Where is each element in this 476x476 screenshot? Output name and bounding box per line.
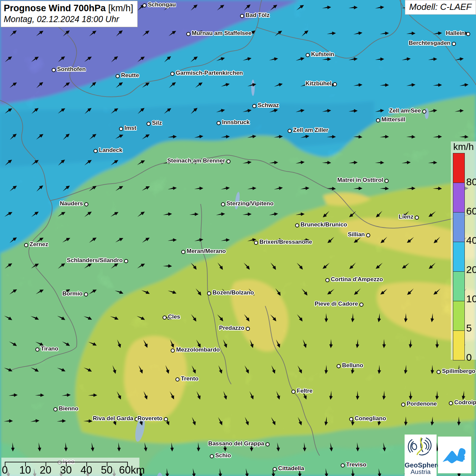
forecast-title: Prognose Wind 700hPa [km/h] xyxy=(4,3,133,14)
city-dot xyxy=(170,72,174,76)
city-dot xyxy=(288,129,292,133)
city-dot xyxy=(466,32,470,36)
city-dot xyxy=(325,278,329,282)
city-dot xyxy=(119,127,123,131)
city-label: Sonthofen xyxy=(57,66,86,73)
city-label: Mittersill xyxy=(381,116,405,123)
city-label: Codroipo xyxy=(454,399,476,406)
city-dot xyxy=(171,348,175,353)
city-dot xyxy=(291,390,295,394)
city-label: Trento xyxy=(181,375,199,382)
mountain-logo xyxy=(438,437,471,473)
forecast-title-main: Prognose Wind 700hPa xyxy=(4,3,106,13)
city-label: Cittadella xyxy=(278,465,304,472)
city-dot xyxy=(35,347,39,352)
city-label: Bienno xyxy=(59,405,79,412)
city-dot xyxy=(116,74,120,78)
city-label: Zell am Ziller xyxy=(293,127,328,134)
city-dot xyxy=(52,68,56,72)
legend-segment xyxy=(453,153,464,183)
city-label: Bassano del Grappa xyxy=(208,440,264,447)
legend-segment xyxy=(453,330,464,360)
city-label: Cles xyxy=(168,313,180,320)
legend-segment xyxy=(453,301,464,330)
city-label: Bruneck/Brunico xyxy=(301,221,347,228)
city-dot xyxy=(207,291,211,295)
city-label: Bozen/Bolzano xyxy=(213,289,254,296)
legend-tick-label: 5 xyxy=(466,322,472,334)
legend-tick-label: 40 xyxy=(466,235,476,246)
model-label: Modell: C-LAEF xyxy=(405,0,476,15)
city-label: Schongau xyxy=(148,1,176,8)
legend-tick-label: 0 xyxy=(466,352,472,363)
city-label: Sterzing/Vipiteno xyxy=(226,200,274,207)
city-dot xyxy=(437,370,441,374)
city-label: Pordenone xyxy=(407,401,437,407)
scale-tick-label: 0 xyxy=(2,464,7,476)
city-label: Schwaz xyxy=(258,102,279,109)
city-label: Steinach am Brenner xyxy=(167,157,225,164)
city-dot xyxy=(295,223,299,227)
city-label: Hallein xyxy=(446,30,465,37)
scale-tick-label: 60km xyxy=(119,464,145,476)
city-dot xyxy=(147,122,151,126)
city-label: Zell am See xyxy=(389,107,421,114)
city-dot xyxy=(226,159,231,164)
city-label: Garmisch-Partenkirchen xyxy=(176,70,243,76)
city-dot xyxy=(273,467,277,471)
city-label: Nauders xyxy=(60,200,83,207)
city-label: Tirano xyxy=(41,345,58,352)
weather-map: SchongauBad TölzKemptenMurnau am Staffel… xyxy=(0,0,476,476)
scale-tick-label: 20 xyxy=(40,464,51,476)
city-dot xyxy=(366,233,370,237)
city-dot xyxy=(306,53,310,57)
mountain-icon xyxy=(441,441,468,469)
city-dot xyxy=(252,104,256,108)
legend-unit-label: km/h xyxy=(453,141,474,152)
city-label: Meran/Merano xyxy=(187,248,226,255)
city-label: Murnau am Staffelsee xyxy=(192,30,252,37)
city-dot xyxy=(422,109,426,114)
city-label: Kufstein xyxy=(311,51,334,58)
city-dot xyxy=(124,259,128,263)
city-label: Spilimbergo xyxy=(442,368,475,375)
city-label: Reutte xyxy=(121,72,139,79)
city-dot xyxy=(142,3,147,7)
city-dot xyxy=(401,403,405,407)
city-label: Brixen/Bressanone xyxy=(259,239,312,245)
forecast-title-unit: [km/h] xyxy=(108,3,133,13)
title-box: Prognose Wind 700hPa [km/h] Montag, 02.1… xyxy=(1,1,138,27)
city-dot xyxy=(181,250,185,254)
city-dot xyxy=(186,32,190,36)
city-dot xyxy=(359,303,363,307)
city-dot xyxy=(349,417,353,421)
city-label: Sillian xyxy=(348,231,365,238)
city-label: Riva del Garda xyxy=(93,415,133,422)
city-dot xyxy=(337,364,341,368)
city-dot xyxy=(254,241,258,245)
city-dot xyxy=(452,42,456,46)
city-label: Innsbruck xyxy=(222,119,250,126)
city-label: Imst xyxy=(124,125,136,132)
city-dot xyxy=(341,463,345,468)
legend: km/h 806040201050 xyxy=(451,141,476,360)
city-label: Kitzbühel xyxy=(306,80,332,87)
geosphere-logo-icon xyxy=(406,435,435,460)
city-label: Matrei in Osttirol xyxy=(337,177,383,184)
city-dot xyxy=(385,179,389,183)
city-label: Lienz xyxy=(399,214,413,220)
city-label: Conegliano xyxy=(355,415,386,422)
city-dot xyxy=(84,202,88,206)
city-dot xyxy=(217,121,221,125)
scale-tick-label: 30 xyxy=(60,464,72,476)
city-dot xyxy=(333,82,337,86)
geosphere-country-text: Austria xyxy=(405,469,437,475)
city-label: Schlanders/Silandro xyxy=(67,257,123,264)
scale-tick-label: 10 xyxy=(19,464,31,476)
geosphere-logo: GeoSphere Austria xyxy=(405,435,437,476)
city-label: Belluno xyxy=(342,362,363,369)
city-dot xyxy=(175,377,180,381)
scale-tick-label: 40 xyxy=(81,464,92,476)
city-dot xyxy=(376,118,380,122)
city-label: Silz xyxy=(152,120,162,126)
